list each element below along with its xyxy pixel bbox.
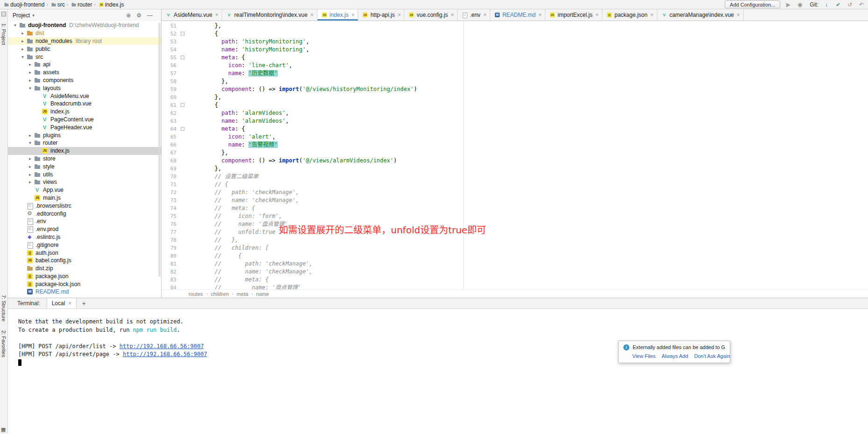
code-text[interactable]: path: 'alarmVideos', [188, 109, 868, 117]
code-text[interactable]: { [188, 30, 868, 38]
chevron-right-icon[interactable]: ▸ [27, 156, 34, 161]
code-text[interactable]: // 设置二级菜单 [188, 173, 868, 181]
notification-link[interactable]: View Files [632, 353, 656, 359]
tree-item[interactable]: main.js [8, 194, 161, 202]
tree-item[interactable]: App.vue [8, 186, 161, 194]
code-text[interactable]: name: 'historyMonitoring', [188, 46, 868, 54]
code-text[interactable]: component: () => import('@/views/history… [188, 85, 868, 93]
close-icon[interactable]: × [311, 12, 314, 18]
editor-breadcrumb-item[interactable]: name [256, 291, 269, 297]
code-text[interactable]: // name: 'checkManage', [188, 196, 868, 204]
code-text[interactable]: // path: 'checkManage', [188, 189, 868, 196]
chevron-down-icon[interactable]: ▾ [27, 86, 34, 91]
editor-tab[interactable]: .env× [458, 9, 490, 21]
tree-item[interactable]: ▸api [8, 61, 161, 69]
tree-item[interactable]: .env [8, 217, 161, 225]
tree-item[interactable]: ▸style [8, 162, 161, 170]
tool-windows-corner-icon[interactable]: ▦ [1, 427, 6, 433]
editor-breadcrumb-item[interactable]: children [211, 291, 229, 297]
breadcrumb-item[interactable]: router [69, 1, 93, 8]
fold-marker-icon[interactable] [181, 127, 184, 131]
code-text[interactable]: // { [188, 252, 868, 260]
code-text[interactable]: // meta: { [188, 276, 868, 284]
terminal-output[interactable]: Note that the development build is not o… [8, 309, 868, 367]
fold-marker-icon[interactable] [181, 56, 184, 59]
chevron-down-icon[interactable]: ▾ [12, 23, 19, 28]
project-panel-title[interactable]: Project [13, 12, 30, 19]
editor-tab[interactable]: realTimeMonitoring\index.vue× [222, 9, 318, 21]
git-commit-icon[interactable]: ✔ [834, 1, 842, 8]
tree-item[interactable]: ▾layouts [8, 84, 161, 92]
settings-icon[interactable]: ⚙ [136, 12, 141, 19]
editor-tab[interactable]: package.json× [602, 9, 657, 21]
tree-item[interactable]: ▾src [8, 53, 161, 61]
tree-item[interactable]: dist.zip [8, 265, 161, 273]
code-editor[interactable]: 如需设置展开的二级菜单，unfold设置为true即可 51 },52 {53 … [162, 21, 868, 289]
project-toolwindow-icon[interactable] [1, 12, 6, 16]
code-text[interactable]: name: '历史数据' [188, 70, 868, 77]
code-text[interactable]: }, [188, 149, 868, 157]
project-tree-scrollbar[interactable] [158, 22, 161, 277]
history-icon[interactable]: ↺ [846, 1, 854, 8]
code-text[interactable]: meta: { [188, 125, 868, 133]
code-text[interactable]: // icon: 'form', [188, 212, 868, 220]
tool-button-structure[interactable]: 7: Structure [1, 295, 7, 322]
notification-link[interactable]: Always Add [662, 353, 688, 359]
close-icon[interactable]: × [595, 12, 599, 18]
editor-tab[interactable]: vue.config.js× [404, 9, 458, 21]
new-terminal-icon[interactable]: + [82, 300, 85, 307]
fold-marker-icon[interactable] [181, 103, 184, 107]
tree-item[interactable]: ▸components [8, 77, 161, 84]
chevron-down-icon[interactable]: ▾ [27, 140, 34, 145]
editor-tab[interactable]: importExcel.js× [545, 9, 602, 21]
fold-marker-icon[interactable] [181, 32, 184, 35]
close-icon[interactable]: × [650, 12, 654, 18]
code-text[interactable]: path: 'historyMonitoring', [188, 38, 868, 46]
code-text[interactable]: name: 'alarmVideos', [188, 117, 868, 125]
close-icon[interactable]: × [538, 12, 542, 18]
breadcrumb-item[interactable]: src [49, 1, 66, 8]
code-text[interactable]: { [188, 101, 868, 109]
tool-button-favorites[interactable]: 2: Favorites [1, 330, 7, 357]
tree-item[interactable]: README.md [8, 288, 161, 296]
tree-item[interactable]: PageContent.vue [8, 116, 161, 124]
tree-item[interactable]: ▸views [8, 178, 161, 186]
tree-item[interactable]: ▸store [8, 155, 161, 163]
terminal-tab-local[interactable]: Local × [47, 298, 77, 308]
code-text[interactable]: }, [188, 93, 868, 101]
chevron-down-icon[interactable]: ▾ [32, 13, 35, 18]
chevron-right-icon[interactable]: ▸ [27, 62, 34, 67]
chevron-right-icon[interactable]: ▸ [19, 47, 26, 51]
tree-item[interactable]: Breadcrumb.vue [8, 100, 161, 108]
locate-file-icon[interactable]: ⊕ [126, 12, 131, 19]
editor-tab[interactable]: index.js× [318, 9, 359, 21]
tree-item[interactable]: ▸dist [8, 29, 161, 37]
code-text[interactable]: }, [188, 22, 868, 30]
code-text[interactable]: // path: 'checkManage', [188, 260, 868, 268]
chevron-right-icon[interactable]: ▸ [27, 133, 34, 138]
tree-item[interactable]: package.json [8, 273, 161, 280]
editor-tab[interactable]: http-api.js× [358, 9, 404, 21]
code-text[interactable]: }, [188, 77, 868, 85]
terminal-link[interactable]: http://192.168.66.56:9007 [123, 351, 207, 357]
code-text[interactable]: component: () => import('@/views/alarmVi… [188, 157, 868, 165]
tool-button-project[interactable]: 1: Project [1, 23, 7, 45]
tree-item[interactable]: .gitignore [8, 241, 161, 249]
tree-item[interactable]: package-lock.json [8, 280, 161, 288]
editor-breadcrumb-item[interactable]: routes [189, 291, 203, 297]
code-text[interactable]: }, [188, 165, 868, 173]
close-icon[interactable]: × [215, 12, 219, 18]
chevron-right-icon[interactable]: ▸ [19, 39, 26, 43]
tree-item[interactable]: ▸plugins [8, 131, 161, 139]
code-text[interactable]: // }, [188, 236, 868, 244]
close-icon[interactable]: × [737, 12, 740, 18]
tree-item[interactable]: ▸utils [8, 170, 161, 178]
close-icon[interactable]: × [351, 12, 354, 18]
close-icon[interactable]: × [397, 12, 401, 18]
tree-item[interactable]: auth.json [8, 249, 161, 257]
hide-panel-icon[interactable]: — [147, 12, 153, 19]
chevron-right-icon[interactable]: ▸ [27, 78, 34, 83]
tree-item[interactable]: index.js [8, 147, 161, 155]
tree-item[interactable]: .browserslistrc [8, 202, 161, 210]
debug-icon[interactable]: ◉ [796, 1, 804, 8]
